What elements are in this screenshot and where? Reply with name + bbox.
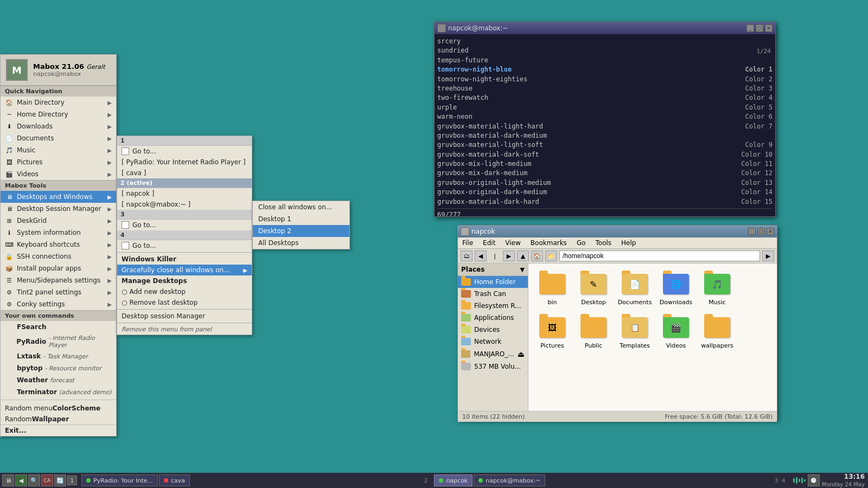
taskbar-search-icon[interactable]: 🔍 [28,474,40,486]
sidebar-item-menu-settings[interactable]: ☰Menu/Sidepanels settings▶ [1,274,116,286]
fm-file-documents[interactable]: 📄 Documents [616,269,653,308]
sidebar-item-weather[interactable]: Weather forecast [1,374,116,386]
fm-file-pictures[interactable]: 🖼 Pictures [534,312,571,351]
cs-close-all[interactable]: Close all windows on... [253,201,349,213]
fm-file-videos[interactable]: 🎬 Videos [658,312,694,351]
sidebar-item-videos[interactable]: 🎬Videos▶ [1,168,116,180]
fm-prev-button[interactable]: ◀ [475,251,487,261]
public-folder-icon [580,314,607,341]
dm-goto-4[interactable]: Go to... [117,240,252,251]
taskbar-app-cava[interactable]: cava [159,474,190,486]
sidebar-item-conky[interactable]: ⚙Conky settings▶ [1,298,116,310]
taskbar-icon-2[interactable]: ◀ [15,474,27,486]
fm-sidebar-item-applications[interactable]: Applications [458,312,528,324]
sidebar-item-exit[interactable]: Exit... [1,425,116,436]
fm-sidebar-item-devices[interactable]: Devices [458,324,528,336]
keyboard-icon: ⌨ [5,240,14,249]
fm-menu-tools[interactable]: Tools [594,239,614,247]
fm-menu-edit[interactable]: Edit [481,239,497,247]
fm-go-button[interactable]: ▶ [762,251,774,261]
fm-file-downloads[interactable]: 🌐 Downloads [658,269,694,308]
fm-places-dropdown[interactable]: ▼ [520,266,525,273]
fm-file-bin[interactable]: bin [534,269,571,308]
dm-napcok[interactable]: [ napcok ] [117,188,252,199]
sidebar-item-terminator[interactable]: Terminator (advanced demo) [1,386,116,398]
fm-sidebar-item-network[interactable]: Network [458,336,528,348]
sidebar-item-deskgrid[interactable]: ⊞DeskGrid▶ [1,215,116,227]
fm-sidebar-item-filesystem[interactable]: Filesystem R... [458,300,528,312]
dm-cava[interactable]: [ cava ] [117,168,252,178]
fm-menu-go[interactable]: Go [575,239,588,247]
dm-remove-last[interactable]: ○ Remove last desktop [117,297,252,308]
dm-goto-3[interactable]: Go to... [117,220,252,230]
dm-pyradio[interactable]: [ PyRadio: Your Internet Radio Player ] [117,157,252,168]
fm-close-button[interactable]: ✕ [767,228,774,235]
sidebar-item-main-dir[interactable]: 🏠Main Directory▶ [1,97,116,108]
dm-checkbox-3[interactable] [122,221,129,229]
taskbar-app-pyradio[interactable]: PyRadio: Your Inte... [81,474,158,486]
cs-all-desktops[interactable]: All Desktops [253,237,349,249]
sidebar-item-downloads[interactable]: ⬇Downloads▶ [1,120,116,132]
sidebar-item-pictures[interactable]: 🖼Pictures▶ [1,156,116,168]
fm-sidebar-item-trash[interactable]: Trash Can [458,288,528,300]
fm-file-wallpapers[interactable]: wallpapers [699,312,736,351]
fm-menu-help[interactable]: Help [620,239,637,247]
fm-sidebar-item-volume[interactable]: 537 MB Volu... [458,361,528,373]
sidebar-item-random-wallpaper[interactable]: Random Wallpaper [1,414,116,425]
dm-windows-killer[interactable]: Windows Killer [117,254,252,265]
sidebar-item-bpytop[interactable]: bpytop - Resource monitor [1,362,116,374]
sidebar-item-random-colorscheme[interactable]: Random menu ColorScheme [1,403,116,414]
fm-folder-button[interactable]: 📁 [545,251,557,261]
taskbar-app-napcok[interactable]: napcok [434,474,473,486]
fm-forward-button[interactable]: ▶ [503,251,515,261]
taskbar-desktop-num-left: 1 [67,476,77,485]
dm-gracefully-close[interactable]: Gracefully close all windows on... ▶ [117,265,252,275]
taskbar-ca-icon[interactable]: CA [41,474,53,486]
dm-napcok-terminal[interactable]: [ napcok@mabox:~ ] [117,199,252,210]
sidebar-item-install-apps[interactable]: 📦Install popular apps▶ [1,262,116,274]
sidebar-item-music[interactable]: 🎵Music▶ [1,144,116,156]
cs-desktop-1[interactable]: Desktop 1 [253,213,349,225]
fm-file-desktop[interactable]: ✎ Desktop [575,269,612,308]
dm-desktop-session-manager[interactable]: Desktop session Manager [117,311,252,322]
fm-menu-view[interactable]: View [503,239,522,247]
fm-eject-icon[interactable]: ⏏ [518,350,525,358]
sidebar-item-fsearch[interactable]: FSearch [1,321,116,333]
fm-sidebar-item-manjaro[interactable]: MANJARO_... ⏏ [458,348,528,361]
sidebar-item-ssh[interactable]: 🔒SSH connections▶ [1,251,116,262]
taskbar-app-terminal[interactable]: napcok@mabox:~ [474,474,545,486]
fm-home-button[interactable]: 🏠 [531,251,543,261]
fm-address-bar[interactable] [559,251,760,261]
sidebar-item-tint2[interactable]: ⚙Tint2 panel settings▶ [1,286,116,298]
dm-manage-desktops[interactable]: Manage Desktops [117,275,252,286]
sidebar-item-desktops-windows[interactable]: 🖥Desktops and Windows▶ [1,191,116,203]
fm-menu-bookmarks[interactable]: Bookmarks [529,239,569,247]
cs-desktop-2[interactable]: Desktop 2 [253,225,349,237]
fm-maximize-button[interactable]: □ [757,228,765,235]
fm-file-public[interactable]: Public [575,312,612,351]
fm-minimize-button[interactable]: _ [748,228,756,235]
fm-up-button[interactable]: ▲ [517,251,529,261]
sidebar-item-documents[interactable]: 📄Documents▶ [1,132,116,144]
sidebar-item-system-info[interactable]: ℹSystem information▶ [1,227,116,239]
dm-checkbox-1[interactable] [122,147,129,155]
fm-file-templates[interactable]: 📋 Templates [616,312,653,351]
sidebar-item-pyradio[interactable]: PyRadio - Internet Radio Player [1,333,116,350]
sidebar-item-lxtask[interactable]: Lxtask - Task Manager [1,350,116,362]
sidebar-item-home-dir[interactable]: ~Home Directory▶ [1,108,116,120]
fm-menu-file[interactable]: File [461,239,475,247]
taskbar-refresh-icon[interactable]: 🔄 [54,474,66,486]
dm-goto-1[interactable]: Go to... [117,146,252,157]
dm-checkbox-4[interactable] [122,242,129,249]
terminal-maximize-button[interactable]: □ [756,24,763,32]
fm-sidebar-item-home[interactable]: Home Folder [458,276,528,288]
dm-add-desktop[interactable]: ○ Add new desktop [117,286,252,297]
terminal-minimize-button[interactable]: _ [746,24,754,32]
sidebar-item-desktop-session[interactable]: 🖥Desktop Session Manager▶ [1,203,116,215]
fm-file-music[interactable]: 🎵 Music [699,269,736,308]
dm-remove-from-panel[interactable]: Remove this menu from panel [117,324,252,335]
taskbar-show-desktop-icon[interactable]: 🖥 [2,474,14,486]
sidebar-item-keyboard-shortcuts[interactable]: ⌨Keyboard shortcuts▶ [1,239,116,251]
fm-back-icon[interactable]: 🗂 [461,251,473,261]
terminal-close-button[interactable]: ✕ [765,24,773,32]
